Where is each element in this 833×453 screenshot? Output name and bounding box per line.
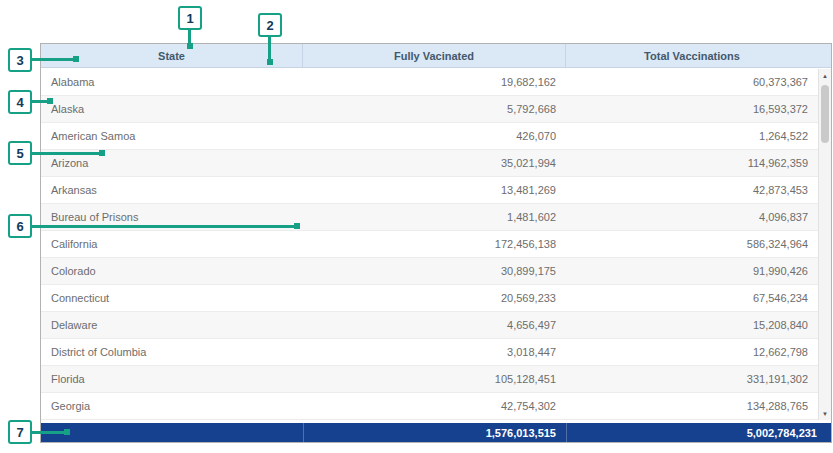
fully-vaccinated-cell: 13,481,269 bbox=[303, 177, 566, 203]
total-vaccinations-cell: 134,288,765 bbox=[566, 393, 818, 419]
column-header-state[interactable]: State bbox=[41, 44, 303, 67]
callout-3-dot bbox=[73, 56, 79, 62]
total-vaccinations-cell: 114,962,359 bbox=[566, 150, 818, 176]
table-header-row: State Fully Vacinated Total Vaccinations bbox=[41, 44, 831, 68]
callout-5: 5 bbox=[8, 141, 32, 165]
summary-total-vaccinations-cell: 5,002,784,231 bbox=[566, 423, 831, 442]
total-vaccinations-cell: 4,096,837 bbox=[566, 204, 818, 230]
state-cell: Alaska bbox=[41, 96, 303, 122]
total-vaccinations-cell: 15,208,840 bbox=[566, 312, 818, 338]
callout-3-line bbox=[32, 58, 76, 61]
fully-vaccinated-cell: 20,569,233 bbox=[303, 285, 566, 311]
callout-7-dot bbox=[64, 429, 70, 435]
fully-vaccinated-cell: 105,128,451 bbox=[303, 366, 566, 392]
screenshot-stage: State Fully Vacinated Total Vaccinations… bbox=[0, 0, 833, 453]
state-cell: California bbox=[41, 231, 303, 257]
summary-state-cell bbox=[41, 423, 303, 442]
fully-vaccinated-cell: 35,021,994 bbox=[303, 150, 566, 176]
state-cell: Alabama bbox=[41, 69, 303, 95]
scrollbar-thumb[interactable] bbox=[821, 85, 829, 143]
state-cell: Florida bbox=[41, 366, 303, 392]
table-row[interactable]: American Samoa426,0701,264,522 bbox=[41, 123, 818, 150]
scroll-up-icon[interactable]: ▲ bbox=[819, 69, 831, 82]
total-vaccinations-cell: 331,191,302 bbox=[566, 366, 818, 392]
state-cell: District of Columbia bbox=[41, 339, 303, 365]
table-row[interactable]: Arizona35,021,994114,962,359 bbox=[41, 150, 818, 177]
table-row[interactable]: California172,456,138586,324,964 bbox=[41, 231, 818, 258]
table-row[interactable]: Connecticut20,569,23367,546,234 bbox=[41, 285, 818, 312]
total-vaccinations-cell: 1,264,522 bbox=[566, 123, 818, 149]
table-row[interactable]: Arkansas13,481,26942,873,453 bbox=[41, 177, 818, 204]
table-row[interactable]: Alabama19,682,16260,373,367 bbox=[41, 69, 818, 96]
callout-6-dot bbox=[294, 223, 300, 229]
total-vaccinations-cell: 16,593,372 bbox=[566, 96, 818, 122]
fully-vaccinated-cell: 42,754,302 bbox=[303, 393, 566, 419]
summary-row: 1,576,013,515 5,002,784,231 bbox=[41, 423, 831, 442]
callout-7: 7 bbox=[8, 420, 32, 444]
fully-vaccinated-cell: 19,682,162 bbox=[303, 69, 566, 95]
callout-6: 6 bbox=[8, 214, 32, 238]
column-header-fully-vaccinated[interactable]: Fully Vacinated bbox=[303, 44, 566, 67]
fully-vaccinated-cell: 5,792,668 bbox=[303, 96, 566, 122]
total-vaccinations-cell: 586,324,964 bbox=[566, 231, 818, 257]
total-vaccinations-cell: 12,662,798 bbox=[566, 339, 818, 365]
fully-vaccinated-cell: 3,018,447 bbox=[303, 339, 566, 365]
callout-1: 1 bbox=[178, 6, 202, 30]
column-header-total-vaccinations[interactable]: Total Vaccinations bbox=[566, 44, 818, 67]
callout-3: 3 bbox=[8, 48, 32, 72]
callout-2-dot bbox=[267, 59, 273, 65]
table-row[interactable]: Alaska5,792,66816,593,372 bbox=[41, 96, 818, 123]
state-cell: Delaware bbox=[41, 312, 303, 338]
state-cell: Arkansas bbox=[41, 177, 303, 203]
callout-4: 4 bbox=[8, 90, 32, 114]
table-row[interactable]: Colorado30,899,17591,990,426 bbox=[41, 258, 818, 285]
state-cell: American Samoa bbox=[41, 123, 303, 149]
total-vaccinations-cell: 91,990,426 bbox=[566, 258, 818, 284]
table-row[interactable]: Florida105,128,451331,191,302 bbox=[41, 366, 818, 393]
total-vaccinations-cell: 42,873,453 bbox=[566, 177, 818, 203]
fully-vaccinated-cell: 1,481,602 bbox=[303, 204, 566, 230]
table-row[interactable]: District of Columbia3,018,44712,662,798 bbox=[41, 339, 818, 366]
state-cell: Georgia bbox=[41, 393, 303, 419]
fully-vaccinated-cell: 172,456,138 bbox=[303, 231, 566, 257]
callout-7-line bbox=[32, 431, 67, 434]
state-cell: Colorado bbox=[41, 258, 303, 284]
fully-vaccinated-cell: 4,656,497 bbox=[303, 312, 566, 338]
scroll-down-icon[interactable]: ▼ bbox=[819, 407, 831, 420]
callout-4-dot bbox=[47, 98, 53, 104]
callout-2: 2 bbox=[258, 13, 282, 37]
total-vaccinations-cell: 67,546,234 bbox=[566, 285, 818, 311]
total-vaccinations-cell: 60,373,367 bbox=[566, 69, 818, 95]
vaccination-table: State Fully Vacinated Total Vaccinations… bbox=[40, 43, 832, 443]
table-row[interactable]: Georgia42,754,302134,288,765 bbox=[41, 393, 818, 420]
summary-fully-vaccinated-cell: 1,576,013,515 bbox=[303, 423, 566, 442]
state-cell: Connecticut bbox=[41, 285, 303, 311]
callout-5-dot bbox=[99, 150, 105, 156]
table-row[interactable]: Delaware4,656,49715,208,840 bbox=[41, 312, 818, 339]
callout-1-dot bbox=[187, 43, 193, 49]
fully-vaccinated-cell: 30,899,175 bbox=[303, 258, 566, 284]
callout-5-line bbox=[32, 152, 102, 155]
fully-vaccinated-cell: 426,070 bbox=[303, 123, 566, 149]
vertical-scrollbar[interactable]: ▲ ▼ bbox=[818, 69, 831, 420]
callout-6-line bbox=[32, 225, 297, 228]
table-body: Alabama19,682,16260,373,367Alaska5,792,6… bbox=[41, 69, 818, 420]
